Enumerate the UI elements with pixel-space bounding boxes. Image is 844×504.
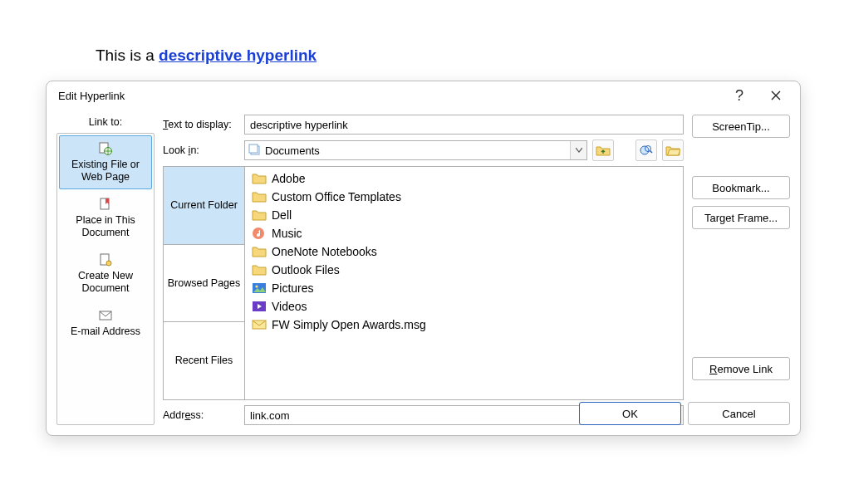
svg-point-10: [253, 228, 264, 239]
file-item[interactable]: Custom Office Templates: [247, 188, 681, 206]
look-in-label: Look in:: [163, 144, 239, 156]
look-in-combo[interactable]: Documents: [244, 140, 587, 160]
file-item-name: Videos: [272, 300, 307, 313]
link-to-label-2: Create New Document: [63, 270, 148, 295]
close-button[interactable]: [767, 90, 785, 101]
edit-hyperlink-dialog: Edit Hyperlink ? Link to: Existing File …: [46, 81, 801, 436]
file-item-name: Custom Office Templates: [272, 190, 401, 203]
dialog-titlebar: Edit Hyperlink ?: [47, 81, 800, 110]
file-item-name: FW Simply Open Awards.msg: [272, 318, 426, 331]
tab-current-folder[interactable]: Current Folder: [164, 167, 244, 245]
browse-web-button[interactable]: [635, 139, 657, 161]
file-item[interactable]: FW Simply Open Awards.msg: [247, 316, 681, 334]
link-to-email[interactable]: E-mail Address: [59, 302, 152, 344]
globe-page-icon: [98, 141, 113, 156]
up-one-level-button[interactable]: [592, 139, 614, 161]
tab-recent-files[interactable]: Recent Files: [164, 322, 244, 399]
link-to-label-3: E-mail Address: [71, 325, 140, 338]
svg-point-8: [640, 146, 649, 154]
address-label: Address:: [163, 409, 239, 421]
look-in-value: Documents: [265, 144, 570, 157]
chevron-down-icon: [576, 148, 582, 153]
file-item[interactable]: Music: [247, 224, 681, 242]
browse-tabs: Current Folder Browsed Pages Recent File…: [163, 166, 244, 400]
document-text: This is a descriptive hyperlink: [96, 46, 316, 65]
link-to-panel: Existing File or Web Page Place in This …: [56, 133, 155, 425]
svg-point-4: [106, 261, 111, 266]
file-item[interactable]: Pictures: [247, 279, 681, 297]
web-search-icon: [639, 144, 654, 157]
svg-point-12: [255, 285, 258, 287]
file-item-name: Pictures: [272, 281, 314, 295]
document-hyperlink[interactable]: descriptive hyperlink: [159, 46, 316, 64]
file-item[interactable]: Adobe: [247, 169, 681, 188]
dialog-title: Edit Hyperlink: [58, 90, 125, 102]
link-to-place-in-doc[interactable]: Place in This Document: [59, 191, 152, 245]
close-icon: [770, 90, 782, 101]
browse-file-button[interactable]: [662, 139, 684, 161]
help-button[interactable]: ?: [735, 87, 743, 105]
document-prefix: This is a: [96, 46, 159, 64]
bookmark-page-icon: [98, 197, 113, 212]
link-to-label-0: Existing File or Web Page: [63, 159, 148, 183]
link-to-label: Link to:: [56, 115, 155, 133]
svg-rect-7: [249, 144, 258, 153]
tab-browsed-pages[interactable]: Browsed Pages: [164, 245, 244, 323]
file-item-name: Dell: [272, 208, 292, 222]
new-doc-icon: [98, 252, 113, 267]
link-to-label-1: Place in This Document: [63, 214, 148, 239]
email-icon: [98, 308, 113, 323]
file-item[interactable]: Videos: [247, 297, 681, 316]
file-item-name: Outlook Files: [272, 263, 340, 276]
screentip-button[interactable]: ScreenTip...: [692, 115, 790, 138]
cancel-button[interactable]: Cancel: [688, 402, 790, 425]
documents-folder-icon: [248, 144, 262, 157]
ok-button[interactable]: OK: [579, 402, 681, 425]
bookmark-button[interactable]: Bookmark...: [692, 176, 790, 199]
target-frame-button[interactable]: Target Frame...: [692, 206, 790, 229]
file-list[interactable]: AdobeCustom Office TemplatesDellMusicOne…: [244, 166, 684, 400]
file-item-name: Adobe: [272, 172, 305, 185]
file-item[interactable]: [247, 334, 681, 344]
folder-up-icon: [596, 144, 611, 157]
file-item-name: Music: [272, 227, 302, 240]
folder-open-icon: [665, 144, 680, 157]
file-item[interactable]: Dell: [247, 206, 681, 224]
file-item-name: OneNote Notebooks: [272, 245, 377, 258]
text-to-display-input[interactable]: [244, 115, 684, 135]
link-to-create-new[interactable]: Create New Document: [59, 247, 152, 301]
file-item[interactable]: Outlook Files: [247, 261, 681, 279]
look-in-dropdown-arrow[interactable]: [570, 141, 586, 159]
link-to-existing-file[interactable]: Existing File or Web Page: [59, 135, 152, 189]
remove-link-button[interactable]: Remove Link: [692, 357, 790, 380]
text-to-display-label: Text to display:: [163, 119, 239, 130]
file-item[interactable]: OneNote Notebooks: [247, 242, 681, 261]
